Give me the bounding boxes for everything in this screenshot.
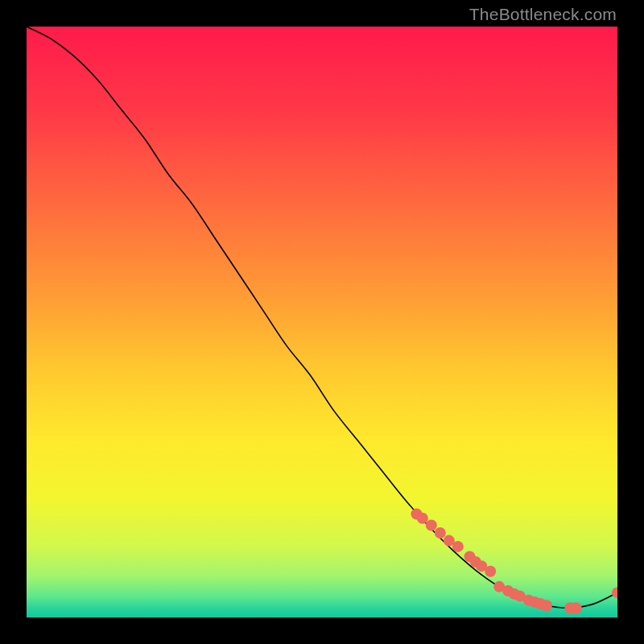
marker-dot (452, 541, 464, 552)
marker-dot (426, 520, 437, 531)
marker-dot (541, 600, 552, 611)
marker-dot (435, 527, 446, 539)
chart-plot (27, 27, 617, 617)
marker-dot (485, 566, 496, 577)
watermark-text: TheBottleneck.com (469, 5, 617, 24)
marker-dot (571, 602, 582, 613)
gradient-rect (27, 27, 617, 617)
marker-dot (417, 513, 428, 524)
chart-stage: TheBottleneck.com (0, 0, 644, 644)
